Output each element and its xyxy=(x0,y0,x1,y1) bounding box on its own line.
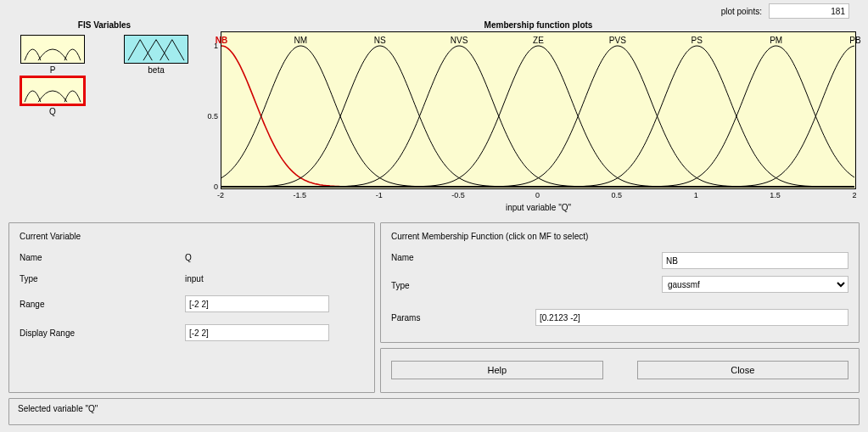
fis-var-beta[interactable] xyxy=(124,35,188,64)
current-mf-panel: Current Membership Function (click on MF… xyxy=(380,222,860,343)
mf-label-NS[interactable]: NS xyxy=(374,36,386,45)
mf-label-ZE[interactable]: ZE xyxy=(533,36,544,45)
fis-variables-title: FIS Variables xyxy=(12,20,197,30)
plot-points-label: plot points: xyxy=(721,7,762,16)
ytick: 0.5 xyxy=(203,112,218,121)
mf-plot-title: Membership function plots xyxy=(221,20,856,30)
mf-label-NVS[interactable]: NVS xyxy=(451,36,468,45)
fis-var-label: P xyxy=(20,65,85,75)
current-mf-title: Current Membership Function (click on MF… xyxy=(391,232,848,241)
mf-name-input[interactable] xyxy=(662,252,848,269)
mf-plot-xlabel: input variable "Q" xyxy=(221,203,856,212)
mf-label-NM[interactable]: NM xyxy=(294,36,308,45)
mf-plot-area[interactable]: Membership function plots NBNMNSNVSZEPVS… xyxy=(221,20,856,214)
ytick: 1 xyxy=(203,42,218,50)
mf-type-label: Type xyxy=(391,281,510,290)
cv-name-value: Q xyxy=(185,253,364,262)
fis-var-label: Q xyxy=(20,107,85,116)
xtick: 1.5 xyxy=(770,191,781,199)
cv-range-input[interactable] xyxy=(185,295,329,312)
xtick: -0.5 xyxy=(451,191,465,199)
mf-name-label: Name xyxy=(391,253,535,262)
current-variable-title: Current Variable xyxy=(20,232,364,241)
help-button[interactable]: Help xyxy=(391,361,603,379)
cv-name-label: Name xyxy=(20,253,185,262)
cv-disprange-label: Display Range xyxy=(20,328,185,338)
mf-type-select[interactable]: gaussmf xyxy=(662,276,848,293)
fis-variables-panel: FIS Variables PbetaQ xyxy=(12,20,197,116)
cv-type-label: Type xyxy=(20,274,185,283)
current-variable-panel: Current Variable Name Q Type input Range… xyxy=(8,222,375,393)
mf-label-PB[interactable]: PB xyxy=(849,36,860,45)
plot-points-input[interactable] xyxy=(769,3,849,19)
xtick: 0.5 xyxy=(612,191,623,199)
fis-var-P[interactable] xyxy=(20,35,85,64)
mf-params-input[interactable] xyxy=(535,309,848,326)
cv-type-value: input xyxy=(185,274,364,283)
status-text: Selected variable "Q" xyxy=(18,404,98,413)
xtick: -1.5 xyxy=(294,191,307,199)
status-bar: Selected variable "Q" xyxy=(8,398,860,425)
fis-var-label: beta xyxy=(124,65,188,75)
xtick: -1 xyxy=(376,191,383,199)
cv-range-label: Range xyxy=(20,300,185,309)
help-close-panel: Help Close xyxy=(380,348,860,393)
mf-label-PM[interactable]: PM xyxy=(770,36,782,45)
xtick: -2 xyxy=(217,191,224,199)
xtick: 0 xyxy=(535,191,540,199)
fis-var-Q[interactable] xyxy=(20,76,85,105)
mf-label-PS[interactable]: PS xyxy=(692,36,703,45)
ytick: 0 xyxy=(203,182,218,191)
cv-disprange-input[interactable] xyxy=(185,324,329,341)
mf-params-label: Params xyxy=(391,313,535,323)
xtick: 2 xyxy=(852,191,856,199)
close-button[interactable]: Close xyxy=(637,361,849,379)
xtick: 1 xyxy=(694,191,698,199)
mf-label-PVS[interactable]: PVS xyxy=(609,36,626,45)
